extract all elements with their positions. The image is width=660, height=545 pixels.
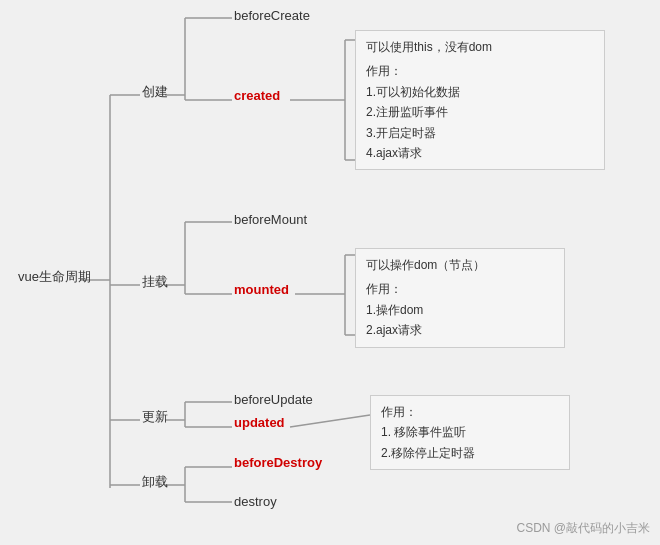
hook-updated: updated bbox=[234, 415, 285, 430]
branch-update: 更新 bbox=[142, 408, 168, 426]
svg-line-26 bbox=[290, 415, 370, 427]
mounted-info-box: 可以操作dom（节点） 作用： 1.操作dom 2.ajax请求 bbox=[355, 248, 565, 348]
root-label: vue生命周期 bbox=[18, 268, 91, 286]
branch-create: 创建 bbox=[142, 83, 168, 101]
hook-before-update: beforeUpdate bbox=[234, 392, 313, 407]
hook-before-destroy: beforeDestroy bbox=[234, 455, 322, 470]
branch-mount: 挂载 bbox=[142, 273, 168, 291]
hook-destroy: destroy bbox=[234, 494, 277, 509]
hook-mounted: mounted bbox=[234, 282, 289, 297]
hook-before-mount: beforeMount bbox=[234, 212, 307, 227]
updated-info-purpose: 作用： 1. 移除事件监听 2.移除停止定时器 bbox=[381, 402, 559, 463]
created-info-box: 可以使用this，没有dom 作用： 1.可以初始化数据 2.注册监听事件 3.… bbox=[355, 30, 605, 170]
hook-before-create: beforeCreate bbox=[234, 8, 310, 23]
created-info-purpose: 作用： 1.可以初始化数据 2.注册监听事件 3.开启定时器 4.ajax请求 bbox=[366, 61, 594, 163]
mounted-info-line1: 可以操作dom（节点） bbox=[366, 255, 554, 275]
watermark: CSDN @敲代码的小吉米 bbox=[516, 520, 650, 537]
diagram-container: vue生命周期 创建 挂载 更新 卸载 beforeCreate created… bbox=[0, 0, 660, 545]
hook-created: created bbox=[234, 88, 280, 103]
mounted-info-purpose: 作用： 1.操作dom 2.ajax请求 bbox=[366, 279, 554, 340]
branch-destroy: 卸载 bbox=[142, 473, 168, 491]
updated-info-box: 作用： 1. 移除事件监听 2.移除停止定时器 bbox=[370, 395, 570, 470]
created-info-line1: 可以使用this，没有dom bbox=[366, 37, 594, 57]
